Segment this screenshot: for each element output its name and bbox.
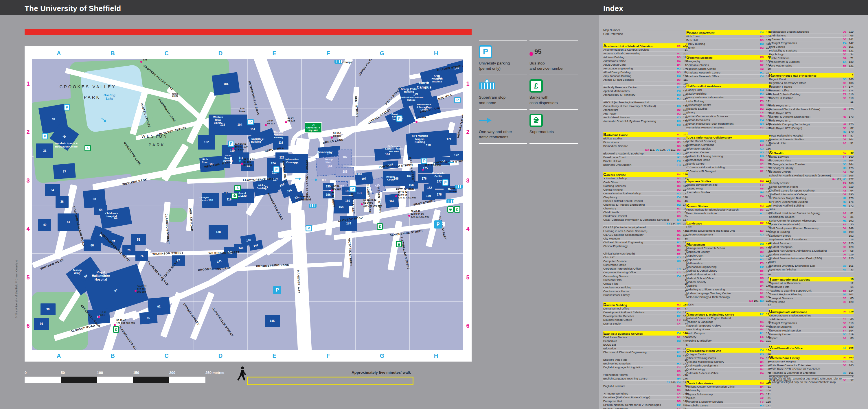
index-entry-label: Rolls Royce UTP (Design) xyxy=(769,126,802,130)
grid-reference: E3 xyxy=(677,89,681,93)
index-entry: B3 35 xyxy=(603,248,688,252)
index-entry-label: (Sheffield University Enterprises Ltd) xyxy=(769,264,815,268)
bus-service-numbers: 51 51A80 80C xyxy=(333,132,341,138)
grid-reference: B4 xyxy=(760,115,764,118)
index-entry-label: Dental School Office xyxy=(603,307,629,310)
grid-reference: F4 xyxy=(677,267,681,270)
index-entry-label: Humanities Research Institute xyxy=(686,126,724,129)
index-entry: Physics & AstronomyE3 121 xyxy=(686,392,771,396)
index-entry-label: Islamic Centre xyxy=(686,162,705,165)
index-entry: H2 170 xyxy=(769,130,854,134)
index-entry-label: >Rehearsal Rooms xyxy=(603,373,627,377)
grid-reference: H3 xyxy=(760,154,764,158)
index-entry: FrenchD2 104 xyxy=(686,46,771,50)
index-entry: (Materials Damping Technology)H2 170 xyxy=(769,123,854,126)
building-number: 161 xyxy=(357,191,362,195)
index-entry: Pure MathematicsE3 121 xyxy=(769,64,854,68)
grid-reference: C4 xyxy=(677,322,681,325)
index-entry-label: Registrar & Secretary's Office xyxy=(769,81,806,85)
grid-reference: E2 xyxy=(843,93,846,96)
grid-reference: C4 xyxy=(843,318,846,321)
building-number: 31 xyxy=(43,149,46,152)
building-number: 187 xyxy=(343,156,347,159)
grid-reference: D4 xyxy=(760,166,764,169)
grid-reference: E3 xyxy=(843,289,846,292)
building-number: 126 xyxy=(279,156,284,159)
index-entry: Kroto Research InstituteH1 192 xyxy=(686,212,771,216)
street-label: GLOUCESTER STREET xyxy=(212,307,234,337)
grid-column-label: D xyxy=(218,353,222,359)
parking-icon: P xyxy=(247,119,254,125)
legend-item-label: Supertram stopand name xyxy=(479,95,525,105)
scale-bar: 050100150200250 metres Approximately fiv… xyxy=(25,371,430,388)
building-number: 163 xyxy=(389,199,394,203)
map-number: 34 xyxy=(847,53,854,56)
parking-icon: P xyxy=(306,225,312,231)
grid-line xyxy=(32,253,463,254)
scale-segment xyxy=(133,377,169,383)
index-entry-label: Animal & Plant Sciences xyxy=(603,78,634,82)
grid-reference: D3 xyxy=(843,300,846,304)
map-building: 188 xyxy=(336,167,354,177)
index-entry: Automatic Control & Systems EngineeringH… xyxy=(603,120,688,123)
building-number: 90 xyxy=(46,308,50,311)
grid-reference: D1 xyxy=(760,288,764,291)
index-entry-label: IT Centre – Education Building xyxy=(686,166,725,169)
index-entry-label: Institute for Lifelong Learning xyxy=(686,154,723,158)
index-entry: Richard Roberts BuildingE2 116 xyxy=(769,93,854,96)
map-number: 71 xyxy=(847,56,854,60)
index-entry: SISA xyxy=(769,208,854,212)
grid-reference: G2 xyxy=(677,156,681,159)
index-entry: Biblical StudiesD2 104 xyxy=(603,137,688,140)
bus-stop-icon xyxy=(232,148,235,150)
parking-icon: P xyxy=(273,166,279,173)
map-number: 119 xyxy=(847,333,854,336)
map-number: 139 xyxy=(847,60,854,64)
index-entry: E4 146, E4 199 xyxy=(603,381,688,384)
index-entry: D3 113, D2 109, D3 112, D3 114 xyxy=(603,148,688,152)
index-entry-label: SISA xyxy=(769,208,775,211)
grid-reference: C4 xyxy=(760,158,764,161)
index-entry-label: Tradition & Language xyxy=(686,320,713,324)
parking-icon: P xyxy=(434,220,442,228)
map-number: 165 xyxy=(847,371,854,375)
grid-reference: D2 xyxy=(677,137,681,140)
index-entry: SUEL xyxy=(769,260,854,264)
index-entry: Japanese StudiesD2 104 xyxy=(686,179,771,183)
index-entry-label: Modern Language Teaching Centre xyxy=(686,291,731,295)
index-entry: ChemistryE2 117 xyxy=(603,207,688,211)
index-entry: Public RelationsC4 71 xyxy=(769,56,854,60)
index-entry-label: Research Office xyxy=(769,89,789,92)
grid-row-label: 3 xyxy=(26,177,30,184)
scale-segment xyxy=(61,377,97,383)
map-number: 16 xyxy=(847,238,854,241)
map-label: WESTON xyxy=(142,134,168,138)
grid-reference: D2 xyxy=(843,356,846,359)
index-entry-label: Drama Studio xyxy=(603,322,621,325)
index-entry-label: Sociological Studies xyxy=(769,215,795,219)
index-entry-label: Jessop Wing xyxy=(686,187,703,190)
grid-reference: G3 xyxy=(842,163,846,166)
supermarket-icon xyxy=(529,114,543,127)
map-number: 155 xyxy=(847,264,854,268)
index-entry: Hillsborough CentreD3 112 xyxy=(686,103,771,107)
index-entry: >Theatre WorkshopC4 74b xyxy=(603,392,688,396)
grid-reference: 134, xyxy=(671,222,676,225)
grid-reference: A2 xyxy=(843,223,846,226)
building-number: 85 xyxy=(146,316,150,320)
index-entry: Oral Health DevelopmentB4 47 xyxy=(686,364,771,368)
grid-reference: D2 xyxy=(760,63,764,66)
index-key-rule xyxy=(633,34,680,42)
index-entry: St George's LibraryH3 175 xyxy=(769,166,854,170)
index-entry-label: Teaching & Learning Support Unit xyxy=(769,289,812,292)
grid-reference: H3 xyxy=(677,97,681,100)
index-entry-label: Learning in Arts & Social Sciences) xyxy=(603,229,647,233)
legend-item: PUniversity parking(permit only) xyxy=(479,40,527,75)
grid-reference: F4 xyxy=(761,356,764,359)
grid-reference: D2 xyxy=(760,179,764,182)
map-number: 37 xyxy=(847,126,854,130)
grid-column-label: A xyxy=(57,50,61,57)
road xyxy=(326,59,353,101)
scale-tick-label: 100 xyxy=(97,371,103,375)
map-number: 164 xyxy=(847,163,854,166)
